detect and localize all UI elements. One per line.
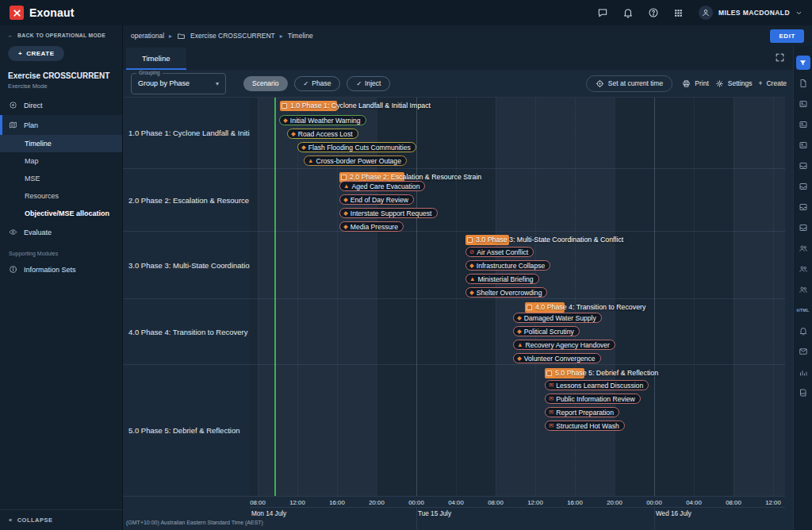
image-icon[interactable] — [794, 114, 812, 135]
tick-label: 12:00 — [523, 499, 547, 506]
tick-label: 08:00 — [246, 499, 270, 506]
tick-label: 16:00 — [325, 499, 349, 506]
inject-chip[interactable]: ✉ Report Preparation — [545, 407, 619, 417]
day-label: Wed 16 July — [656, 510, 691, 517]
tab-timeline[interactable]: Timeline — [126, 48, 186, 70]
create-button[interactable]: + CREATE — [8, 46, 64, 61]
sidebar-item-information-sets[interactable]: Information Sets — [0, 259, 122, 279]
filter-chip-inject[interactable]: ✓ Inject — [347, 76, 390, 91]
inject-chip[interactable]: ▲ Recovery Agency Handover — [513, 340, 615, 350]
breadcrumb-timeline[interactable]: Timeline — [288, 32, 313, 40]
fullscreen-icon[interactable] — [775, 52, 785, 63]
inject-chip[interactable]: ◆ Interstate Support Request — [339, 208, 438, 218]
inject-chip[interactable]: ◆ Infrastructure Collapse — [465, 260, 550, 271]
bell-button[interactable] — [622, 6, 635, 19]
print-button[interactable]: Print — [682, 79, 708, 88]
diamond-icon: ◆ — [291, 131, 296, 137]
inject-label: Structured Hot Wash — [556, 422, 619, 430]
chat-button[interactable] — [597, 6, 610, 19]
timezone-note: (GMT+10:00) Australian Eastern Standard … — [126, 520, 263, 525]
info-icon — [9, 265, 17, 274]
row-label: 1.0 Phase 1: Cyclone Landfall & Initia..… — [123, 98, 250, 168]
inject-chip[interactable]: ◆ Shelter Overcrowding — [465, 287, 547, 298]
sidebar-item-evaluate[interactable]: Evaluate — [0, 222, 122, 242]
day-separator — [654, 508, 655, 529]
filter-chip-phase[interactable]: ✓ Phase — [294, 76, 341, 91]
create-label: CREATE — [26, 50, 54, 57]
tray-icon[interactable] — [794, 156, 812, 176]
inject-chip[interactable]: ✉ Structured Hot Wash — [545, 421, 625, 431]
set-at-current-time-button[interactable]: Set at current time — [586, 75, 672, 92]
inject-chip[interactable]: ◆ Volunteer Convergence — [513, 353, 601, 363]
collapse-sidebar-button[interactable]: « COLLAPSE — [0, 509, 122, 530]
apps-grid-button[interactable] — [673, 6, 686, 19]
inject-chip[interactable]: ◆ Flash Flooding Cuts Communities — [297, 142, 416, 152]
tray-icon[interactable] — [794, 197, 812, 217]
settings-button[interactable]: Settings — [715, 79, 753, 88]
sidebar-item-label: Direct — [24, 102, 43, 109]
sidebar-item-map[interactable]: Map — [0, 152, 122, 170]
mail-icon[interactable] — [794, 341, 812, 362]
topbar-actions: MILES MACDONALD — [597, 6, 802, 20]
filter-chip-scenario[interactable]: Scenario — [243, 76, 288, 91]
inject-chip[interactable]: ◆ End of Day Review — [339, 194, 414, 205]
inject-chip[interactable]: ✉ Public Information Review — [545, 394, 641, 404]
right-icon-rail: HTML — [793, 46, 812, 530]
bell-icon[interactable] — [794, 321, 812, 341]
inject-label: Air Asset Conflict — [477, 248, 528, 256]
users-icon[interactable] — [794, 259, 812, 279]
inject-label: Report Preparation — [556, 409, 614, 417]
timeline-row: 3.0 Phase 3: Multi-State Coordination...… — [123, 232, 785, 299]
chart-icon[interactable] — [794, 362, 812, 382]
book-icon[interactable] — [794, 382, 812, 403]
image-icon[interactable] — [794, 135, 812, 156]
brand: Exonaut — [10, 6, 75, 20]
target-icon — [9, 101, 17, 109]
breadcrumb-operational[interactable]: operational — [131, 32, 164, 40]
timeline-row: 1.0 Phase 1: Cyclone Landfall & Initia..… — [123, 98, 785, 169]
sidebar-item-direct[interactable]: Direct — [0, 95, 122, 115]
sidebar-item-timeline[interactable]: Timeline — [0, 135, 122, 152]
inject-chip[interactable]: ◆ Damaged Water Supply — [513, 313, 602, 323]
tab-strip: Timeline — [123, 46, 793, 70]
user-menu[interactable]: MILES MACDONALD — [699, 6, 802, 20]
sidebar-item-mse[interactable]: MSE — [0, 170, 122, 187]
mail-icon: ✉ — [549, 382, 553, 389]
tray-icon[interactable] — [794, 217, 812, 238]
html-icon[interactable]: HTML — [794, 300, 812, 321]
blocked-icon: ⊘ — [469, 249, 474, 255]
inject-chip[interactable]: ⊘ Air Asset Conflict — [465, 247, 534, 257]
inject-label: Damaged Water Supply — [524, 314, 596, 322]
inject-chip[interactable]: ▲ Ministerial Briefing — [465, 274, 539, 284]
document-icon[interactable] — [794, 73, 812, 94]
inject-chip[interactable]: ◆ Media Pressure — [339, 221, 404, 232]
sidebar-item-resources[interactable]: Resources — [0, 187, 122, 205]
sidebar-item-plan[interactable]: Plan — [0, 115, 122, 135]
inject-label: Ministerial Briefing — [477, 275, 533, 283]
help-button[interactable] — [648, 6, 661, 19]
inject-chip[interactable]: ✉ Lessons Learned Discussion — [545, 380, 649, 390]
sidebar-item-objective-mse-allocation[interactable]: Objective/MSE allocation — [0, 205, 122, 222]
mail-icon: ✉ — [549, 423, 553, 429]
inject-chip[interactable]: ▲ Cross-border Power Outage — [304, 156, 407, 166]
grouping-select[interactable]: Grouping Group by Phase ▾ — [131, 73, 226, 94]
row-label: 3.0 Phase 3: Multi-State Coordination... — [123, 232, 250, 298]
chip-label: Phase — [312, 79, 331, 87]
tray-icon[interactable] — [794, 176, 812, 197]
users-icon[interactable] — [794, 279, 812, 300]
inject-chip[interactable]: ▲ Aged Care Evacuation — [339, 181, 425, 191]
inject-label: Lessons Learned Discussion — [556, 382, 643, 390]
row-label: 4.0 Phase 4: Transition to Recovery — [123, 299, 250, 364]
breadcrumb-exercise[interactable]: Exercise CROSSCURRENT — [190, 32, 275, 40]
inject-chip[interactable]: ◆ Initial Weather Warning — [279, 115, 366, 125]
back-to-operational-button[interactable]: ← BACK TO OPERATIONAL MODE — [0, 25, 113, 40]
inject-chip[interactable]: ◆ Political Scrutiny — [513, 326, 580, 336]
create-timeline-item-button[interactable]: + Create — [759, 79, 787, 87]
row-label: 5.0 Phase 5: Debrief & Reflection — [123, 365, 250, 496]
day-separator — [416, 508, 417, 529]
inject-chip[interactable]: ◆ Road Access Lost — [287, 129, 358, 139]
image-icon[interactable] — [794, 94, 812, 114]
filter-icon[interactable] — [794, 52, 812, 73]
users-icon[interactable] — [794, 238, 812, 259]
edit-button[interactable]: EDIT — [770, 29, 804, 43]
